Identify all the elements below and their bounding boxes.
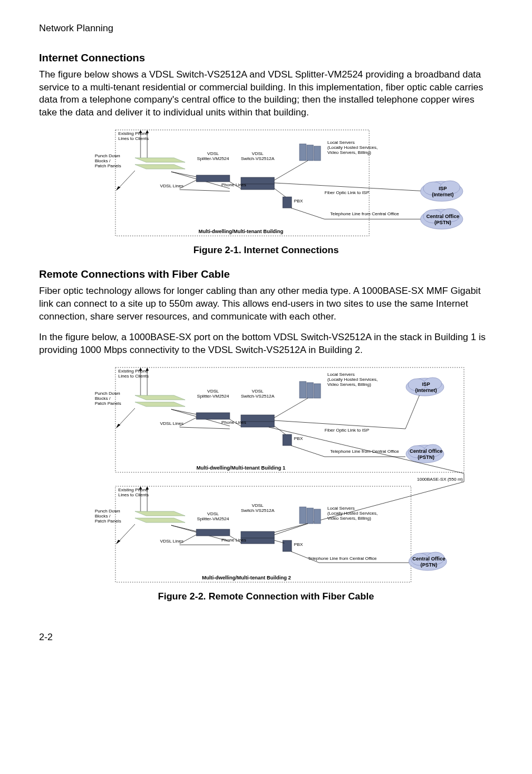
svg-line-41: [274, 426, 286, 434]
svg-line-15: [274, 161, 308, 180]
lbl: Existing Phone: [118, 487, 148, 492]
svg-rect-43: [307, 383, 313, 398]
lbl-switch1: VDSL: [252, 151, 264, 156]
lbl: ISP: [422, 381, 431, 387]
svg-rect-68: [196, 529, 230, 536]
svg-marker-31: [135, 402, 185, 407]
lbl: Video Servers, Billing): [327, 382, 371, 387]
lbl-co1: Central Office: [426, 214, 459, 219]
lbl: Blocks /: [95, 396, 111, 401]
lbl: Punch Down: [95, 391, 120, 396]
svg-rect-34: [196, 413, 230, 419]
lbl: Phone Lines: [221, 420, 246, 425]
figure-2-2-caption: Figure 2-2. Remote Connection with Fiber…: [39, 591, 493, 603]
lbl: Existing Phone: [118, 369, 148, 374]
svg-rect-78: [314, 509, 321, 524]
lbl-building: Multi-dwelling/Multi-tenant Building: [199, 229, 283, 234]
lbl: Local Servers: [327, 506, 355, 511]
lbl-existing-phone: Existing Phone: [118, 131, 148, 136]
para-remote-1: Fiber optic technology allows for longer…: [39, 285, 493, 323]
figure-2-2: Existing Phone Lines to Clients Punch Do…: [39, 365, 493, 585]
lbl: PBX: [294, 436, 303, 441]
svg-marker-3: [135, 158, 185, 162]
svg-rect-40: [283, 434, 292, 446]
svg-rect-42: [299, 381, 306, 398]
lbl-existing-phone2: Lines to Clients: [118, 136, 149, 141]
lbl: Telephone Line from Central Office: [330, 449, 399, 454]
lbl: VDSL: [252, 503, 264, 508]
svg-line-45: [274, 398, 308, 418]
lbl: Splitter-VM2524: [197, 516, 229, 521]
lbl-building2: Multi-dwelling/Multi-tenant Building 2: [202, 575, 291, 580]
lbl-tel: Telephone Line from Central Office: [330, 211, 399, 216]
lbl-phone-lines: Phone Lines: [221, 182, 246, 187]
lbl: Central Office: [412, 556, 445, 562]
svg-rect-76: [299, 507, 306, 524]
lbl: Lines to Clients: [118, 374, 149, 379]
svg-rect-12: [299, 144, 306, 161]
lbl: Video Servers, Billing): [327, 516, 371, 521]
heading-internet-connections: Internet Connections: [39, 51, 493, 65]
section-header: Network Planning: [39, 22, 493, 35]
lbl: VDSL: [207, 511, 219, 516]
figure-2-1: Existing Phone Lines to Clients Punch Do…: [39, 127, 493, 239]
figure-2-1-caption: Figure 2-1. Internet Connections: [39, 244, 493, 257]
svg-line-32: [171, 409, 199, 415]
lbl: Central Office: [409, 448, 442, 454]
svg-line-11: [274, 188, 286, 197]
lbl: Punch Down: [95, 509, 120, 514]
lbl-splitter1: VDSL: [207, 151, 219, 156]
lbl-isp2: (Internet): [432, 192, 454, 197]
lbl-localsrv2: (Locally Hosted Services,: [327, 145, 378, 150]
lbl: Splitter-VM2524: [197, 394, 229, 399]
svg-rect-13: [307, 145, 313, 161]
lbl: VDSL Lines: [160, 539, 183, 544]
lbl: Switch-VS2512A: [241, 508, 275, 513]
lbl: VDSL Lines: [160, 421, 183, 426]
lbl-vdsl-lines: VDSL Lines: [160, 183, 183, 188]
lbl-pbx: PBX: [294, 199, 303, 204]
svg-line-17: [291, 208, 325, 219]
lbl: Switch-VS2512A: [241, 394, 275, 399]
lbl: Fiber Optic Link to ISP: [325, 428, 369, 433]
svg-line-79: [274, 524, 308, 535]
lbl-fiber: Fiber Optic Link to ISP: [325, 190, 369, 195]
lbl: PBX: [294, 542, 303, 547]
local-servers-icon: [299, 144, 321, 161]
para-remote-2: In the figure below, a 1000BASE-SX port …: [39, 331, 493, 357]
lbl-punch3: Patch Panels: [95, 163, 121, 168]
lbl-localsrv3: Video Servers, Billing): [327, 150, 371, 155]
lbl-1000base: 1000BASE-SX (550 m): [417, 477, 463, 482]
svg-marker-4: [135, 165, 185, 169]
heading-remote-fiber: Remote Connections with Fiber Cable: [39, 267, 493, 282]
svg-rect-77: [307, 508, 313, 524]
pbx-icon: [283, 197, 292, 208]
svg-line-25: [118, 171, 135, 188]
lbl: (Locally Hosted Services,: [327, 377, 378, 382]
svg-rect-74: [283, 540, 292, 552]
lbl-splitter2: Splitter-VM2524: [197, 156, 229, 161]
lbl-punch2: Blocks /: [95, 158, 111, 163]
lbl-isp1: ISP: [439, 186, 447, 191]
lbl-building1: Multi-dwelling/Multi-tenant Building 1: [196, 465, 285, 471]
lbl: Patch Panels: [95, 401, 121, 406]
svg-line-52: [405, 395, 419, 429]
para-internet-connections: The figure below shows a VDSL Switch-VS2…: [39, 69, 493, 120]
svg-line-82: [118, 524, 135, 542]
svg-rect-44: [314, 384, 321, 398]
svg-marker-65: [135, 518, 185, 523]
lbl-switch2: Switch-VS2512A: [241, 156, 275, 161]
svg-line-9: [180, 190, 230, 191]
lbl-localsrv1: Local Servers: [327, 140, 355, 145]
lbl: Patch Panels: [95, 519, 121, 524]
lbl-punch1: Punch Down: [95, 153, 120, 158]
lbl: Blocks /: [95, 514, 111, 519]
lbl: (PSTN): [420, 562, 437, 568]
vdsl-splitter-icon: [196, 175, 230, 182]
svg-line-56: [118, 408, 135, 426]
lbl: (Internet): [415, 388, 437, 393]
lbl: Telephone Line from Central Office: [308, 556, 377, 561]
lbl: Local Servers: [327, 372, 355, 377]
svg-line-38: [180, 427, 230, 429]
page-number: 2-2: [39, 631, 493, 644]
